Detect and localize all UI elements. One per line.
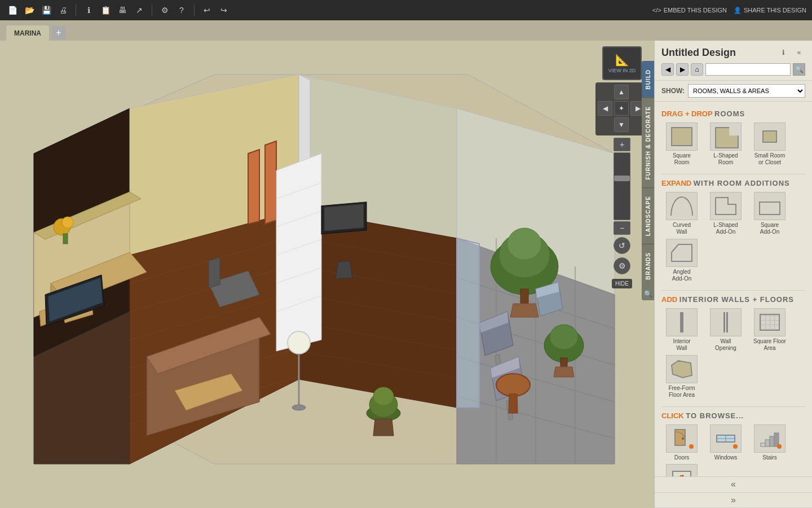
svg-point-61: [496, 374, 530, 396]
redo-icon[interactable]: ↪: [217, 3, 231, 17]
wall-opening-icon-box: [710, 308, 742, 336]
show-select[interactable]: ROOMS, WALLS & AREAS FURNITURE FLOORING: [688, 84, 805, 98]
separator-2: [152, 5, 152, 16]
square-room-label: SquareRoom: [673, 152, 691, 166]
windows-browse-icon-box: [710, 424, 742, 453]
svg-rect-95: [765, 440, 770, 446]
side-tab-build[interactable]: BUILD: [642, 61, 654, 98]
hide-button[interactable]: HIDE: [612, 279, 632, 288]
square-room-shape: [671, 127, 692, 146]
info-icon[interactable]: ℹ: [82, 3, 95, 17]
nav-down-button[interactable]: ▼: [614, 117, 629, 132]
settings-icon[interactable]: ⚙: [158, 3, 171, 17]
panel-home-button[interactable]: ⌂: [691, 63, 703, 76]
nav-left-button[interactable]: ◀: [598, 101, 612, 116]
side-tab-brands[interactable]: BRANDS: [642, 244, 654, 288]
curved-wall-icon-box: [666, 192, 698, 220]
panel-info-button[interactable]: ℹ: [777, 46, 789, 59]
section-browse-rest: TO BROWSE...: [686, 411, 744, 420]
rotate-button[interactable]: ↺: [614, 237, 630, 254]
view-2d-button[interactable]: 📐 VIEW IN 2D: [602, 46, 642, 80]
right-panel: Untitled Design ℹ « ◀ ▶ ⌂ 🔍 SHOW: ROOMS,…: [654, 41, 812, 508]
print-icon[interactable]: 🖨: [56, 3, 70, 17]
export-icon[interactable]: ↗: [133, 3, 146, 17]
nav-up-button[interactable]: ▲: [614, 85, 629, 99]
square-addon-item[interactable]: SquareAdd-On: [749, 192, 790, 235]
canvas-area[interactable]: 📐 VIEW IN 2D ▲ ◀ ✦ ▶ ▼ + −: [0, 41, 654, 508]
lshaped-addon-item[interactable]: L-ShapedAdd-On: [705, 192, 746, 235]
section-expand-highlight: EXPAND: [661, 179, 691, 187]
panel-collapse-button[interactable]: «: [793, 46, 805, 59]
svg-point-67: [292, 405, 306, 410]
square-floor-label: Square FloorArea: [753, 338, 786, 352]
panel-header-icons: ℹ «: [777, 46, 805, 59]
panel-search-button[interactable]: 🔍: [793, 63, 805, 76]
pages-icon[interactable]: 📋: [99, 3, 112, 17]
interior-wall-label: InteriorWall: [673, 338, 690, 352]
fireplaces-browse-item[interactable]: Fireplaces: [661, 464, 702, 476]
svg-point-65: [288, 331, 310, 354]
help-icon[interactable]: ?: [175, 3, 188, 17]
section-interior-highlight: ADD: [661, 295, 677, 304]
zoom-track[interactable]: [614, 152, 630, 220]
panel-forward-button[interactable]: ▶: [676, 63, 689, 76]
wall-opening-item[interactable]: WallOpening: [705, 308, 746, 352]
small-room-label: Small Roomor Closet: [754, 152, 785, 166]
settings-button[interactable]: ⚙: [614, 257, 630, 274]
panel-back-button[interactable]: ◀: [661, 63, 674, 76]
side-tab-search[interactable]: 🔍: [642, 288, 654, 300]
undo-icon[interactable]: ↩: [200, 3, 214, 17]
lshaped-addon-label: L-ShapedAdd-On: [713, 222, 738, 235]
svg-rect-39: [324, 204, 364, 231]
panel-content[interactable]: DRAG + DROP ROOMS SquareRoom L-ShapedRoo…: [655, 102, 812, 476]
section-browse-title: CLICK TO BROWSE...: [661, 411, 805, 420]
section-expand-rest: WITH ROOM ADDITIONS: [694, 179, 790, 187]
angled-addon-shape: [670, 243, 693, 262]
lshaped-room-item[interactable]: L-ShapedRoom: [705, 122, 746, 166]
doors-browse-icon-box: [666, 424, 698, 453]
panel-search-input[interactable]: [705, 63, 791, 76]
zoom-out-button[interactable]: −: [614, 221, 630, 235]
square-room-item[interactable]: SquareRoom: [661, 122, 702, 166]
square-floor-item[interactable]: Square FloorArea: [749, 308, 790, 352]
collapse-down-button[interactable]: »: [655, 493, 812, 509]
collapse-up-button[interactable]: «: [655, 477, 812, 493]
new-file-icon[interactable]: 📄: [6, 3, 19, 17]
stairs-browse-item[interactable]: Stairs: [749, 424, 790, 461]
svg-rect-78: [63, 234, 68, 244]
lshaped-room-icon-box: [710, 122, 742, 151]
svg-rect-94: [761, 443, 765, 446]
open-icon[interactable]: 📂: [23, 3, 36, 17]
svg-point-77: [62, 217, 73, 228]
lshaped-addon-shape: [714, 196, 737, 216]
panel-title-row: Untitled Design ℹ «: [661, 46, 805, 59]
section-drag-drop-rest: ROOMS: [714, 110, 745, 118]
save-icon[interactable]: 💾: [39, 3, 53, 17]
doors-browse-item[interactable]: Doors: [661, 424, 702, 461]
small-room-item[interactable]: Small Roomor Closet: [749, 122, 790, 166]
freeform-floor-item[interactable]: Free-FormFloor Area: [661, 355, 702, 398]
svg-marker-31: [265, 141, 276, 224]
stairs-browse-icon-box: [754, 424, 785, 453]
embed-button[interactable]: </> EMBED THIS DESIGN: [652, 7, 727, 14]
svg-marker-30: [248, 150, 259, 224]
share-button[interactable]: 👤 SHARE THIS DESIGN: [734, 7, 806, 14]
freeform-floor-label: Free-FormFloor Area: [668, 385, 695, 398]
add-tab-button[interactable]: +: [52, 26, 65, 40]
svg-point-90: [682, 437, 684, 440]
tab-marina[interactable]: MARINA: [6, 25, 50, 41]
side-tab-landscape[interactable]: LANDSCAPE: [642, 187, 654, 244]
svg-marker-45: [209, 257, 220, 288]
side-tab-furnish[interactable]: FURNISH & DECORATE: [642, 98, 654, 188]
print2-icon[interactable]: 🖶: [116, 3, 129, 17]
zoom-in-button[interactable]: +: [614, 138, 630, 151]
angled-addon-item[interactable]: AngledAdd-On: [661, 239, 702, 282]
interior-wall-item[interactable]: InteriorWall: [661, 308, 702, 352]
panel-header: Untitled Design ℹ « ◀ ▶ ⌂ 🔍: [655, 41, 812, 81]
windows-browse-item[interactable]: Windows: [705, 424, 746, 461]
curved-wall-item[interactable]: CurvedWall: [661, 192, 702, 235]
main-area: 📐 VIEW IN 2D ▲ ◀ ✦ ▶ ▼ + −: [0, 41, 812, 508]
square-floor-icon-box: [754, 308, 785, 336]
interior-wall-icon-box: [666, 308, 698, 336]
nav-center-button[interactable]: ✦: [614, 101, 629, 116]
